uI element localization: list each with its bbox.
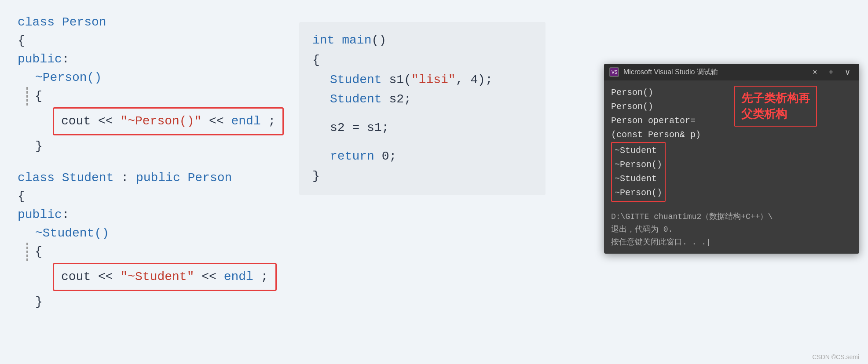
vs-line-student1: ~Student [615,144,662,158]
svg-text:VS: VS [612,70,618,75]
code-line-brace6: } [18,293,290,311]
vs-output-content: Person() Person() Person operator=(const… [604,80,859,207]
code-line-brace1: { [18,32,290,50]
code-line-main: int main () [312,31,532,51]
annotation-line1: 先子类析构再 [741,91,810,105]
vs-titlebar: VS Microsoft Visual Studio 调试输 × + ∨ [604,64,859,80]
destructor-student-name: ~Student() [35,224,109,243]
type-student1: Student [330,70,382,90]
code-line-return: return 0; [312,147,532,167]
string-person: "~Person()" [120,114,201,128]
string-student: "~Student" [120,270,194,284]
vs-line-operator: Person operator=(const Person& p) [611,114,725,142]
left-code-panel: class Person { public : ~Person() { cout… [9,9,299,355]
code-line-s1: Student s1( "lisi" , 4); [312,70,532,90]
classname-student: Student [62,169,114,187]
vs-line-person4: ~Person() [615,186,662,200]
blank-line3 [312,138,532,147]
vs-plus-button[interactable]: + [825,67,837,78]
base-class-person: Person [188,169,232,187]
keyword-public2: public [136,169,180,187]
vs-logo-icon: VS [610,68,618,76]
middle-code-panel: int main () { Student s1( "lisi" , 4); S… [299,22,546,195]
string-lisi: "lisi" [411,70,456,90]
vs-footer-line1: D:\GITTE chuantimu2（数据结构+C++）\ [611,211,852,223]
vs-line-student2: ~Student [615,172,662,186]
endl1: endl [231,114,261,128]
vs-annotation-box: 先子类析构再 父类析构 [734,86,817,127]
vs-title: Microsoft Visual Studio 调试输 [623,68,805,77]
code-line-brace5: { [26,243,290,261]
code-line-brace2: { [26,87,290,106]
vs-footer-line2: 退出，代码为 0. [611,223,852,236]
vs-annotation-text: 先子类析构再 父类析构 [741,90,810,122]
vs-annotation-container: 先子类析构再 父类析构 [725,86,852,202]
vs-line-person3: ~Person() [615,158,662,172]
code-line-destructor-person: ~Person() [18,69,290,87]
endl2: endl [224,270,253,284]
code-line-main-brace-open: { [312,51,532,70]
code-line-class-student: class Student : public Person [18,169,290,187]
code-line-public1: public : [18,50,290,69]
vs-footer: D:\GITTE chuantimu2（数据结构+C++）\ 退出，代码为 0.… [604,207,859,254]
vs-app-icon: VS [609,67,619,77]
annotation-line2: 父类析构 [741,107,787,120]
code-line-assign: s2 = s1; [312,118,532,138]
classname-person: Person [62,13,106,32]
code-line-s2-decl: Student s2; [312,90,532,109]
code-line-public2: public : [18,206,290,224]
code-line-destructor-student: ~Student() [18,224,290,243]
vs-highlighted-block: ~Student ~Person() ~Student ~Person() [611,142,666,202]
main-container: class Person { public : ~Person() { cout… [0,0,868,364]
code-line-cout-person: cout << "~Person()" << endl ; [18,106,290,137]
keyword-public3: public [18,206,62,224]
boxed-cout-person: cout << "~Person()" << endl ; [53,107,284,135]
keyword-class: class [18,13,62,32]
keyword-return: return [330,147,374,167]
code-line-cout-student: cout << "~Student" << endl ; [18,261,290,293]
code-line-brace4: { [18,187,290,206]
destructor-person-name: ~Person() [35,69,102,87]
vs-close-button[interactable]: × [809,67,821,78]
vs-chevron-button[interactable]: ∨ [841,66,854,78]
vs-footer-line3: 按任意键关闭此窗口. . .| [611,236,852,249]
code-line-brace3: } [18,137,290,156]
vs-output-lines: Person() Person() Person operator=(const… [611,86,725,202]
blank-line1 [18,156,290,169]
func-main: main [342,31,371,51]
vs-debug-window: VS Microsoft Visual Studio 调试输 × + ∨ Per… [604,64,859,254]
keyword-int: int [312,31,334,51]
blank-line2 [312,109,532,118]
code-line-class-person: class Person [18,13,290,32]
type-student2: Student [330,90,382,109]
boxed-cout-student: cout << "~Student" << endl ; [53,263,277,291]
vs-line-person1: Person() [611,86,725,100]
keyword-public1: public [18,50,62,69]
code-line-main-brace-close: } [312,167,532,186]
keyword-class2: class [18,169,62,187]
vs-line-person2: Person() [611,100,725,114]
watermark: CSDN ©CS.semi [812,353,859,360]
